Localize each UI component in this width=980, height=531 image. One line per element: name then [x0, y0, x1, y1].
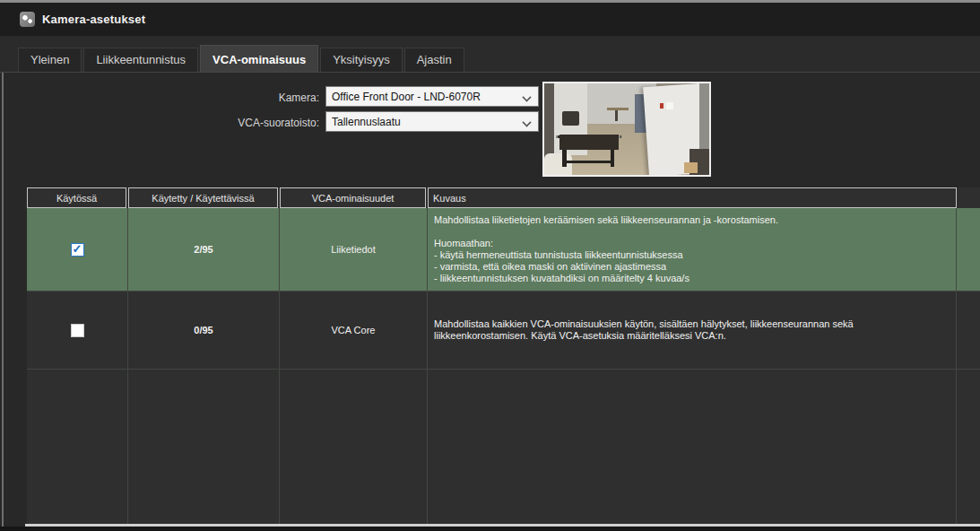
- preview-box: [684, 162, 698, 173]
- camera-settings-icon: [20, 12, 35, 27]
- camera-label: Kamera:: [176, 91, 319, 104]
- check-icon: ✓: [73, 243, 82, 255]
- preview-foosball-table: [559, 135, 619, 150]
- preview-fire-alarm: [660, 103, 664, 108]
- camera-select-value: Office Front Door - LND-6070R: [326, 91, 523, 103]
- column-header-enabled[interactable]: Käytössä: [27, 187, 126, 208]
- preview-foosball-leg: [562, 150, 567, 166]
- empty-row-cell: [280, 370, 428, 524]
- preview-table-leg: [615, 110, 618, 121]
- table-row-enabled-cell[interactable]: ✓: [27, 208, 128, 292]
- camera-settings-window: Kamera-asetukset Yleinen Liikkeentunnist…: [0, 0, 980, 531]
- column-header-description[interactable]: Kuvaus: [428, 187, 957, 208]
- preview-foosball-bar: [564, 161, 613, 163]
- column-header-filler: [957, 187, 980, 208]
- empty-row-cell: [128, 370, 280, 524]
- preview-foosball-leg: [611, 150, 615, 166]
- empty-row-cell: [27, 370, 128, 524]
- window-left-border: [2, 36, 4, 531]
- window-title: Kamera-asetukset: [42, 13, 145, 26]
- vca-stream-label: VCA-suoratoisto:: [176, 117, 319, 129]
- feature-checkbox[interactable]: ✓: [71, 324, 84, 337]
- empty-row-cell: [957, 370, 980, 524]
- vca-stream-select-value: Tallennuslaatu: [326, 116, 523, 128]
- chevron-down-icon: [523, 92, 531, 100]
- table-row-filler-cell: [957, 292, 980, 370]
- table-row-usage-cell: 0/95: [128, 292, 280, 370]
- tab-yksityisyys[interactable]: Yksityisyys: [320, 48, 403, 72]
- table-row-usage-cell: 2/95: [128, 208, 280, 292]
- camera-select[interactable]: Office Front Door - LND-6070R: [325, 86, 539, 107]
- window-bottom-edge: [0, 527, 980, 531]
- chevron-down-icon: [523, 118, 531, 126]
- camera-preview-image: [542, 82, 711, 177]
- tab-vca-ominaisuus[interactable]: VCA-ominaisuus: [200, 45, 318, 72]
- tab-ajastin[interactable]: Ajastin: [404, 48, 464, 72]
- tab-yleinen[interactable]: Yleinen: [18, 48, 82, 72]
- empty-row-cell: [428, 370, 957, 524]
- tab-strip: Yleinen Liikkeentunnistus VCA-ominaisuus…: [0, 36, 980, 73]
- preview-sofa: [544, 153, 572, 175]
- preview-table: [607, 108, 629, 110]
- titlebar: Kamera-asetukset: [0, 3, 980, 36]
- preview-wall-paper: [666, 102, 672, 109]
- table-row-description-cell: Mahdollistaa kaikkien VCA-ominaisuuksien…: [428, 292, 957, 370]
- column-header-feature[interactable]: VCA-ominaisuudet: [280, 187, 426, 208]
- column-header-usage[interactable]: Käytetty / Käytettävissä: [128, 187, 278, 208]
- table-row-filler-cell: [957, 208, 980, 292]
- table-row-description-cell: Mahdollistaa liiketietojen keräämisen se…: [428, 208, 957, 292]
- table-row-feature-cell: Liiketiedot: [280, 208, 428, 292]
- camera-preview-scene: [544, 83, 709, 175]
- vca-features-table: Käytössä Käytetty / Käytettävissä VCA-om…: [27, 187, 980, 524]
- table-row-feature-cell: VCA Core: [280, 292, 428, 370]
- vca-stream-select[interactable]: Tallennuslaatu: [325, 111, 539, 132]
- tab-liikkeentunnistus[interactable]: Liikkeentunnistus: [83, 48, 198, 72]
- feature-checkbox[interactable]: ✓: [71, 243, 84, 257]
- table-row-enabled-cell[interactable]: ✓: [27, 292, 128, 370]
- preview-coats: [562, 111, 578, 126]
